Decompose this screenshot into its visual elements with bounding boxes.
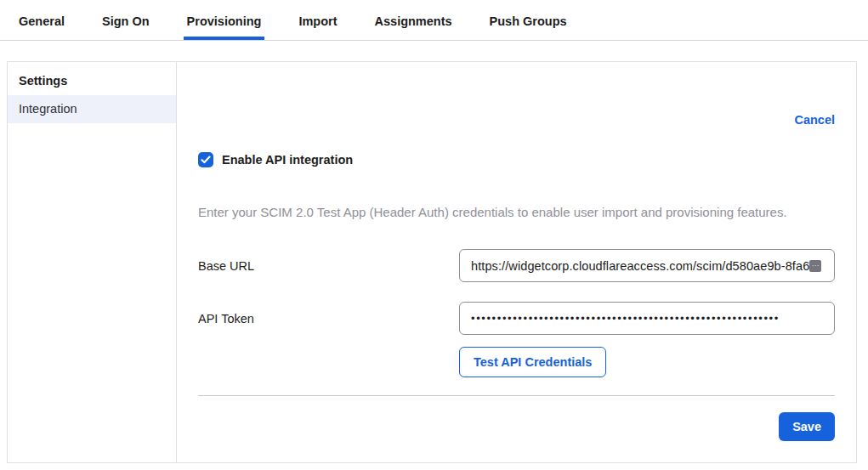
- tab-provisioning[interactable]: Provisioning: [184, 1, 265, 40]
- save-row: Save: [198, 412, 835, 441]
- app-tab-bar: General Sign On Provisioning Import Assi…: [0, 0, 868, 41]
- base-url-field-row: Base URL https://widgetcorp.cloudflareac…: [198, 249, 835, 282]
- api-token-label: API Token: [198, 312, 459, 326]
- test-credentials-row: Test API Credentials: [198, 347, 835, 377]
- base-url-value: https://widgetcorp.cloudflareaccess.com/…: [471, 259, 809, 273]
- api-token-input[interactable]: ••••••••••••••••••••••••••••••••••••••••…: [459, 302, 835, 335]
- cancel-button[interactable]: Cancel: [794, 113, 835, 127]
- check-icon: [201, 156, 211, 164]
- api-token-value: ••••••••••••••••••••••••••••••••••••••••…: [471, 312, 780, 325]
- integration-form: Cancel Enable API integration Enter your…: [177, 62, 856, 462]
- form-divider: [198, 395, 835, 396]
- text-overflow-cursor-icon: ···: [809, 260, 821, 272]
- tab-import[interactable]: Import: [295, 1, 340, 40]
- cancel-row: Cancel: [198, 113, 835, 126]
- base-url-input[interactable]: https://widgetcorp.cloudflareaccess.com/…: [459, 249, 835, 282]
- save-button[interactable]: Save: [779, 412, 835, 441]
- settings-sidebar: Settings Integration: [8, 62, 177, 462]
- enable-api-checkbox[interactable]: [198, 152, 213, 167]
- tab-general[interactable]: General: [15, 1, 68, 40]
- enable-api-row: Enable API integration: [198, 151, 835, 168]
- test-row-spacer: [198, 347, 459, 377]
- credentials-hint-text: Enter your SCIM 2.0 Test App (Header Aut…: [198, 206, 835, 218]
- test-api-credentials-button[interactable]: Test API Credentials: [459, 347, 606, 377]
- tab-push-groups[interactable]: Push Groups: [486, 1, 570, 40]
- tab-sign-on[interactable]: Sign On: [99, 1, 153, 40]
- enable-api-label: Enable API integration: [222, 153, 353, 167]
- provisioning-panel: Settings Integration Cancel Enable API i…: [7, 61, 857, 463]
- test-button-wrap: Test API Credentials: [459, 347, 835, 377]
- api-token-field-row: API Token ••••••••••••••••••••••••••••••…: [198, 302, 835, 335]
- sidebar-header-settings: Settings: [8, 62, 176, 95]
- base-url-label: Base URL: [198, 259, 459, 273]
- sidebar-item-integration[interactable]: Integration: [8, 95, 176, 123]
- tab-assignments[interactable]: Assignments: [372, 1, 456, 40]
